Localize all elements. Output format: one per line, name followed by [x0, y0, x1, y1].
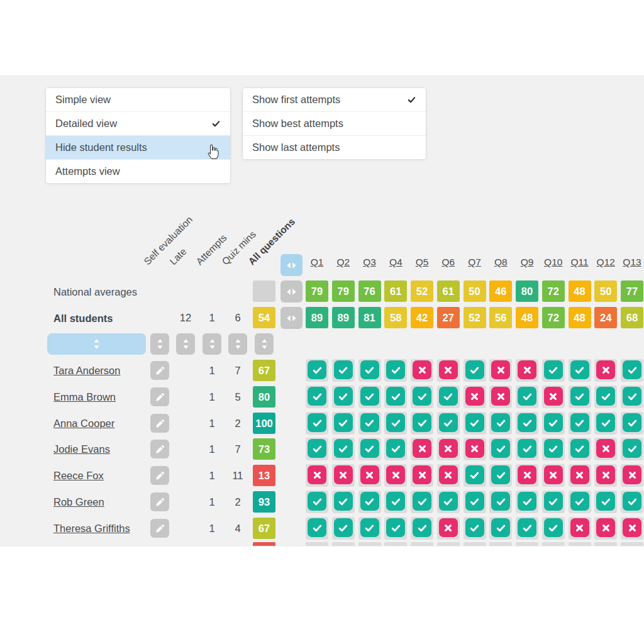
correct-answer-icon[interactable]: [623, 492, 641, 511]
correct-answer-icon[interactable]: [439, 387, 458, 406]
correct-answer-icon[interactable]: [465, 465, 484, 484]
correct-answer-icon[interactable]: [465, 413, 484, 432]
incorrect-answer-icon[interactable]: [518, 465, 536, 484]
incorrect-answer-icon[interactable]: [360, 465, 379, 484]
incorrect-answer-icon[interactable]: [439, 518, 458, 537]
incorrect-answer-icon[interactable]: [465, 387, 484, 406]
question-header-link[interactable]: Q2: [330, 257, 357, 268]
self-evaluation-pencil-button[interactable]: [150, 519, 169, 538]
expand-row-button[interactable]: [280, 280, 303, 303]
incorrect-answer-icon[interactable]: [596, 465, 615, 484]
correct-answer-icon[interactable]: [570, 439, 589, 458]
correct-answer-icon[interactable]: [439, 492, 458, 511]
incorrect-answer-icon[interactable]: [308, 465, 326, 484]
question-header-link[interactable]: Q7: [461, 257, 489, 268]
correct-answer-icon[interactable]: [544, 413, 563, 432]
correct-answer-icon[interactable]: [334, 439, 353, 458]
view-menu-item-0[interactable]: Simple view: [46, 88, 230, 111]
correct-answer-icon[interactable]: [334, 387, 353, 406]
correct-answer-icon[interactable]: [623, 413, 641, 432]
correct-answer-icon[interactable]: [308, 360, 326, 379]
incorrect-answer-icon[interactable]: [413, 465, 431, 484]
incorrect-answer-icon[interactable]: [596, 439, 615, 458]
expand-questions-button[interactable]: [280, 254, 303, 276]
incorrect-answer-icon[interactable]: [623, 465, 641, 484]
correct-answer-icon[interactable]: [308, 387, 326, 406]
correct-answer-icon[interactable]: [491, 518, 510, 537]
correct-answer-icon[interactable]: [334, 413, 353, 432]
correct-answer-icon[interactable]: [439, 413, 458, 432]
question-header-link[interactable]: Q12: [592, 257, 619, 268]
correct-answer-icon[interactable]: [334, 518, 353, 537]
correct-answer-icon[interactable]: [518, 492, 536, 511]
correct-answer-icon[interactable]: [465, 518, 484, 537]
correct-answer-icon[interactable]: [465, 360, 484, 379]
correct-answer-icon[interactable]: [596, 492, 615, 511]
self-evaluation-pencil-button[interactable]: [150, 466, 169, 485]
correct-answer-icon[interactable]: [360, 360, 379, 379]
correct-answer-icon[interactable]: [308, 439, 326, 458]
correct-answer-icon[interactable]: [360, 492, 379, 511]
incorrect-answer-icon[interactable]: [570, 465, 589, 484]
correct-answer-icon[interactable]: [544, 518, 563, 537]
view-menu-item-2[interactable]: Hide student results: [46, 135, 230, 159]
correct-answer-icon[interactable]: [570, 387, 589, 406]
incorrect-answer-icon[interactable]: [413, 439, 431, 458]
correct-answer-icon[interactable]: [544, 492, 563, 511]
attempts-menu-item-1[interactable]: Show best attempts: [243, 111, 426, 135]
question-header-link[interactable]: Q3: [356, 257, 384, 268]
student-name-link[interactable]: Anna Cooper: [53, 418, 114, 429]
sort-self-evaluation-button[interactable]: [150, 333, 169, 355]
correct-answer-icon[interactable]: [413, 387, 431, 406]
incorrect-answer-icon[interactable]: [596, 360, 615, 379]
correct-answer-icon[interactable]: [386, 360, 405, 379]
incorrect-answer-icon[interactable]: [596, 518, 615, 537]
question-header-link[interactable]: Q1: [303, 257, 331, 268]
correct-answer-icon[interactable]: [413, 492, 431, 511]
correct-answer-icon[interactable]: [465, 492, 484, 511]
correct-answer-icon[interactable]: [386, 413, 405, 432]
incorrect-answer-icon[interactable]: [570, 518, 589, 537]
question-header-link[interactable]: Q6: [435, 257, 462, 268]
incorrect-answer-icon[interactable]: [491, 360, 510, 379]
correct-answer-icon[interactable]: [360, 387, 379, 406]
sort-quiz-mins-button[interactable]: [228, 333, 247, 355]
incorrect-answer-icon[interactable]: [413, 360, 431, 379]
question-header-link[interactable]: Q13: [618, 257, 644, 268]
correct-answer-icon[interactable]: [623, 439, 641, 458]
correct-answer-icon[interactable]: [386, 518, 405, 537]
sort-name-button[interactable]: [47, 333, 146, 355]
sort-all-questions-button[interactable]: [255, 333, 274, 355]
self-evaluation-pencil-button[interactable]: [150, 492, 169, 511]
view-menu-item-1[interactable]: Detailed view: [46, 111, 230, 135]
correct-answer-icon[interactable]: [570, 492, 589, 511]
student-name-link[interactable]: Emma Brown: [53, 391, 116, 402]
correct-answer-icon[interactable]: [308, 518, 326, 537]
incorrect-answer-icon[interactable]: [386, 465, 405, 484]
correct-answer-icon[interactable]: [518, 413, 536, 432]
student-name-link[interactable]: Reece Fox: [53, 470, 104, 481]
correct-answer-icon[interactable]: [570, 360, 589, 379]
correct-answer-icon[interactable]: [386, 492, 405, 511]
incorrect-answer-icon[interactable]: [439, 439, 458, 458]
correct-answer-icon[interactable]: [334, 360, 353, 379]
student-name-link[interactable]: Rob Green: [53, 496, 104, 508]
incorrect-answer-icon[interactable]: [518, 360, 536, 379]
incorrect-answer-icon[interactable]: [544, 387, 563, 406]
correct-answer-icon[interactable]: [570, 413, 589, 432]
correct-answer-icon[interactable]: [334, 492, 353, 511]
correct-answer-icon[interactable]: [413, 413, 431, 432]
attempts-menu-item-0[interactable]: Show first attempts: [243, 88, 426, 111]
correct-answer-icon[interactable]: [308, 413, 326, 432]
view-menu-item-3[interactable]: Attempts view: [46, 159, 230, 183]
student-name-link[interactable]: Tara Anderson: [53, 365, 120, 376]
incorrect-answer-icon[interactable]: [623, 518, 641, 537]
student-name-link[interactable]: Theresa Griffiths: [53, 523, 130, 534]
correct-answer-icon[interactable]: [386, 387, 405, 406]
correct-answer-icon[interactable]: [518, 439, 536, 458]
expand-row-button[interactable]: [280, 307, 303, 329]
question-header-link[interactable]: Q4: [382, 257, 409, 268]
correct-answer-icon[interactable]: [413, 518, 431, 537]
question-header-link[interactable]: Q8: [487, 257, 514, 268]
incorrect-answer-icon[interactable]: [544, 465, 563, 484]
